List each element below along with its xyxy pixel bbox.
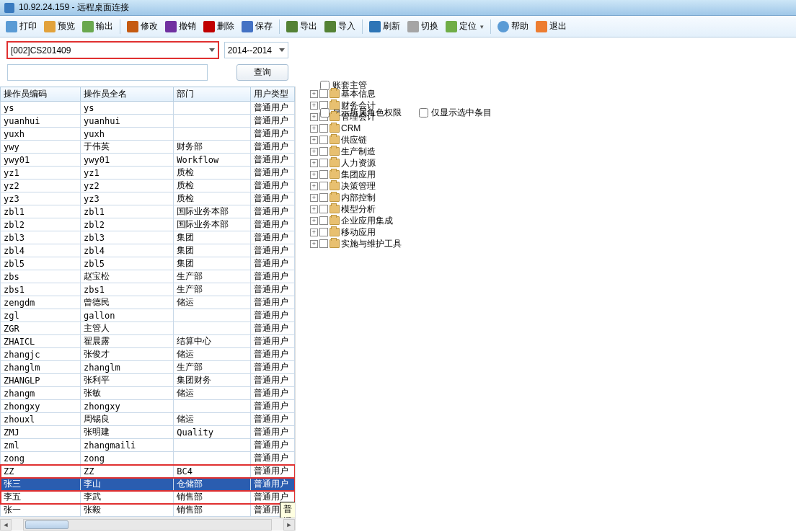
table-row[interactable]: zhongxyzhongxy普通用户: [1, 400, 295, 413]
cell-name[interactable]: zbl5: [81, 257, 174, 270]
expand-icon[interactable]: +: [310, 148, 318, 156]
undo-button[interactable]: 撤销: [162, 19, 199, 34]
help-button[interactable]: 帮助: [495, 19, 531, 34]
tree-node[interactable]: +模型分析: [310, 203, 796, 215]
cell-type[interactable]: 普通用户: [251, 374, 295, 387]
table-row[interactable]: yuanhuiyuanhui普通用户: [1, 115, 295, 128]
tree-node[interactable]: +人力资源: [310, 157, 796, 169]
cell-type[interactable]: 普通用户: [251, 348, 295, 361]
cell-type[interactable]: 普通用户: [251, 504, 295, 517]
cell-code[interactable]: yuanhui: [1, 115, 81, 128]
cell-type[interactable]: 普通用户: [251, 270, 295, 283]
cell-type[interactable]: 普通用户: [251, 413, 295, 426]
cell-dept[interactable]: Workflow: [174, 154, 251, 167]
cell-name[interactable]: 主管人: [81, 322, 174, 335]
cell-code[interactable]: ys: [1, 102, 81, 115]
cell-type[interactable]: 普通用户: [251, 387, 295, 400]
cell-name[interactable]: 张敏: [81, 387, 174, 400]
cell-dept[interactable]: 国际业务本部: [174, 218, 251, 231]
cell-name[interactable]: yz3: [81, 192, 174, 205]
tree-node[interactable]: +实施与维护工具: [310, 238, 796, 249]
tree-node[interactable]: +集团应用: [310, 169, 796, 180]
query-button[interactable]: 查询: [236, 64, 288, 81]
cell-code[interactable]: zbl2: [1, 218, 81, 231]
tree-node[interactable]: +企业应用集成: [310, 215, 796, 226]
cell-code[interactable]: ZHAICL: [1, 335, 81, 348]
cell-name[interactable]: zhanglm: [81, 361, 174, 374]
print-button[interactable]: 打印: [3, 19, 40, 34]
tree-checkbox[interactable]: [319, 159, 328, 167]
cell-code[interactable]: yz2: [1, 179, 81, 192]
tree-node[interactable]: +基本信息: [310, 88, 796, 99]
cell-code[interactable]: zhanglm: [1, 361, 81, 374]
cell-dept[interactable]: 质检: [174, 179, 251, 192]
table-row[interactable]: zbl1zbl1国际业务本部普通用户: [1, 205, 295, 218]
cell-name[interactable]: yz1: [81, 167, 174, 179]
locate-button[interactable]: 定位▾: [443, 19, 487, 34]
cell-dept[interactable]: 财务部: [174, 141, 251, 154]
table-row[interactable]: zbl4zbl4集团普通用户: [1, 244, 295, 257]
cell-name[interactable]: 张明建: [81, 426, 174, 439]
cell-code[interactable]: ywy01: [1, 154, 81, 167]
cell-code[interactable]: zbs: [1, 270, 81, 283]
cell-code[interactable]: yz3: [1, 192, 81, 205]
table-row[interactable]: zengdm曾德民储运普通用户: [1, 296, 295, 309]
cell-code[interactable]: 李五: [1, 491, 81, 504]
cell-name[interactable]: zhongxy: [81, 400, 174, 413]
account-set-combo[interactable]: [002]CS201409: [7, 42, 218, 58]
tree-checkbox[interactable]: [319, 228, 328, 236]
expand-icon[interactable]: +: [310, 125, 318, 133]
cell-name[interactable]: zbl3: [81, 231, 174, 244]
cell-dept[interactable]: 质检: [174, 192, 251, 205]
cell-dept[interactable]: 集团财务: [174, 374, 251, 387]
cell-dept[interactable]: 储运: [174, 296, 251, 309]
table-row[interactable]: ZHANGLP张利平集团财务普通用户: [1, 374, 295, 387]
import-button[interactable]: 导入: [322, 19, 358, 34]
cell-type[interactable]: 普通用户: [251, 192, 295, 205]
scroll-left-arrow[interactable]: ◄: [0, 519, 12, 531]
cell-name[interactable]: yuxh: [81, 128, 174, 141]
table-row[interactable]: ZGR主管人普通用户: [1, 322, 295, 335]
tree-checkbox[interactable]: [319, 239, 328, 248]
cell-code[interactable]: ZHANGLP: [1, 374, 81, 387]
tree-checkbox[interactable]: [319, 136, 328, 144]
scroll-track[interactable]: [23, 519, 272, 531]
cell-type[interactable]: 普通用户: [251, 218, 295, 231]
tree-checkbox[interactable]: [319, 216, 328, 225]
cell-dept[interactable]: Quality: [174, 426, 251, 439]
scroll-right-arrow[interactable]: ►: [283, 519, 295, 531]
tree-node[interactable]: +生产制造: [310, 146, 796, 157]
cell-dept[interactable]: [174, 309, 251, 322]
cell-type[interactable]: 普通用户: [251, 257, 295, 270]
cell-type[interactable]: 普通用户: [251, 167, 295, 179]
table-row[interactable]: yuxhyuxh普通用户: [1, 128, 295, 141]
cell-code[interactable]: ZGR: [1, 322, 81, 335]
cell-name[interactable]: ys: [81, 102, 174, 115]
cell-dept[interactable]: 销售部: [174, 504, 251, 517]
cell-name[interactable]: zbs1: [81, 283, 174, 296]
cell-type[interactable]: 普通用户: [251, 335, 295, 348]
table-row[interactable]: yz1yz1质检普通用户: [1, 167, 295, 179]
delete-button[interactable]: 删除: [200, 19, 237, 34]
tree-checkbox[interactable]: [319, 193, 328, 202]
cell-code[interactable]: zbs1: [1, 283, 81, 296]
table-row[interactable]: zhangm张敏储运普通用户: [1, 387, 295, 400]
output-button[interactable]: 输出: [79, 19, 116, 34]
table-row[interactable]: ZHAICL翟晨露结算中心普通用户: [1, 335, 295, 348]
tree-node[interactable]: +供应链: [310, 134, 796, 146]
cell-name[interactable]: zbl1: [81, 205, 174, 218]
cell-dept[interactable]: 生产部: [174, 283, 251, 296]
tree-node[interactable]: +决策管理: [310, 180, 796, 192]
exit-button[interactable]: 退出: [533, 19, 570, 34]
expand-icon[interactable]: +: [310, 194, 318, 202]
supervisor-checkbox[interactable]: 账套主管: [320, 79, 367, 92]
cell-code[interactable]: zong: [1, 452, 81, 465]
expand-icon[interactable]: +: [310, 217, 318, 225]
cell-name[interactable]: zbl4: [81, 244, 174, 257]
cell-code[interactable]: zengdm: [1, 296, 81, 309]
cell-dept[interactable]: BC4: [174, 465, 251, 478]
expand-icon[interactable]: +: [310, 90, 318, 98]
tree-checkbox[interactable]: [319, 182, 328, 190]
cell-code[interactable]: ZMJ: [1, 426, 81, 439]
refresh-button[interactable]: 刷新: [366, 19, 403, 34]
